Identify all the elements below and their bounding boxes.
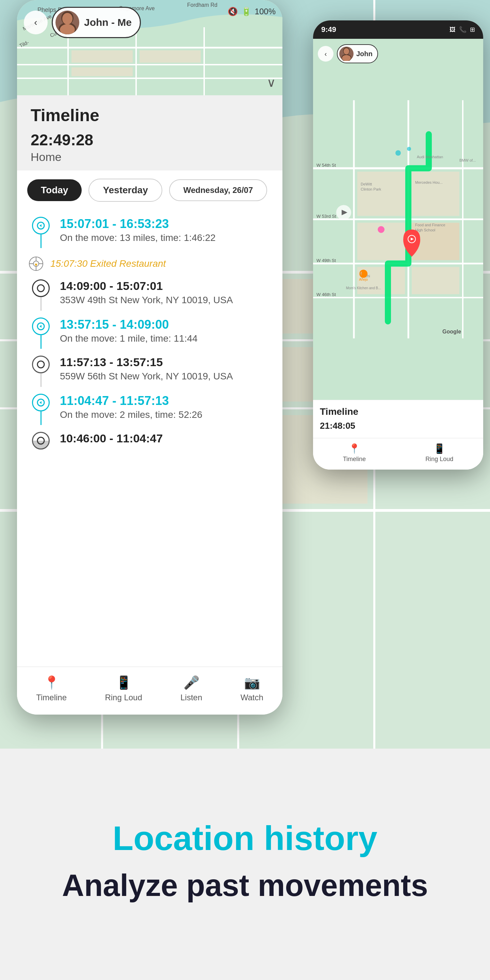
svg-text:W 49th St: W 49th St [317,258,336,263]
svg-text:High School: High School [415,228,435,232]
nav-watch[interactable]: 📷 Watch [240,675,263,702]
move-dot [32,217,50,234]
location-history-title: Location history [113,819,377,858]
nav-listen-label: Listen [180,693,202,702]
phone-left-header: ‹ John - Me [24,7,275,38]
svg-text:Google: Google [442,329,461,334]
svg-text:W 46th St: W 46th St [317,292,336,297]
timeline-list: 15:07:01 - 16:53:23 On the move: 13 mile… [17,210,282,454]
ring-loud-icon: 📱 [116,675,132,690]
back-button-small[interactable]: ‹ [318,46,334,62]
timeline-header: Timeline 22:49:28 Home [17,95,282,170]
svg-rect-60 [412,267,460,294]
phone-left: Phelps Park Sagamore Ave Fordham Rd Mart… [17,0,282,714]
dot-col [27,279,54,311]
nav-ring-loud[interactable]: 📱 Ring Loud [105,675,142,702]
status-time: 9:49 [321,25,336,34]
svg-rect-22 [140,50,201,63]
nav-timeline[interactable]: 📍 Timeline [36,675,67,702]
top-section: Phelps Park Sagamore Ave Fordham Rd Mart… [0,0,490,749]
right-nav-ring-loud[interactable]: 📱 Ring Loud [425,443,453,463]
user-pill-small[interactable]: John [337,44,378,63]
timeline-entry-move-3: 11:04:47 - 11:57:13 On the move: 2 miles… [17,390,282,428]
tab-today[interactable]: Today [27,179,82,201]
status-icons: 🖼 📞 ⊞ [450,26,475,33]
svg-text:Añejo: Añejo [359,278,368,282]
svg-text:Mercedes Hou...: Mercedes Hou... [415,180,443,185]
dot-col [27,356,54,387]
svg-text:Mom's Kitchen and B...: Mom's Kitchen and B... [346,286,381,290]
timeline-entry-stay-1: 14:09:00 - 15:07:01 353W 49th St New Yor… [17,276,282,314]
timeline-line [40,234,41,248]
timeline-entry-stay-2: 11:57:13 - 13:57:15 559W 56th St New Yor… [17,352,282,390]
svg-rect-55 [357,172,405,216]
svg-rect-56 [412,172,460,216]
timeline-line [40,411,41,425]
right-nav-timeline[interactable]: 📍 Timeline [343,443,366,463]
photo-icon: 🖼 [450,26,456,33]
stay-dot [32,279,50,297]
user-pill[interactable]: John - Me [52,7,141,38]
svg-text:DeWitt: DeWitt [361,182,372,186]
right-bottom-nav: 📍 Timeline 📱 Ring Loud [313,438,483,469]
exit-icon [27,255,45,272]
right-timeline-icon: 📍 [348,443,360,454]
move-content: 13:57:15 - 14:09:00 On the move: 1 mile,… [54,318,272,347]
right-timeline-title: Timeline [320,406,476,417]
svg-point-46 [37,437,44,444]
stay-content: 14:09:00 - 15:07:01 353W 49th St New Yor… [54,279,272,309]
move-time-range: 13:57:15 - 14:09:00 [60,318,272,332]
move-detail: On the move: 13 miles, time: 1:46:22 [60,232,272,243]
move-content: 15:07:01 - 16:53:23 On the move: 13 mile… [54,217,272,247]
dot-col [27,432,54,450]
phone-right: 9:49 🖼 📞 ⊞ [313,21,483,469]
dot-col [27,318,54,349]
phone-left-map: Phelps Park Sagamore Ave Fordham Rd Mart… [17,0,282,95]
timeline-line [40,335,41,349]
right-current-time: 21:48:05 [320,421,476,431]
svg-point-88 [344,48,349,54]
tab-today-label: Today [41,185,68,195]
current-time: 22:49:28 [30,130,269,149]
svg-text:Audi Manhattan: Audi Manhattan [417,155,443,159]
phone-right-map: W 54th St W 53rd St W 49th St W 46th St … [313,39,483,400]
timeline-entry-move-1: 15:07:01 - 16:53:23 On the move: 13 mile… [17,213,282,251]
phone-right-header: ‹ John [318,44,479,63]
call-icon: 📞 [459,26,466,33]
exit-event: 15:07:30 Exited Restaurant [17,251,282,276]
nav-ring-loud-label: Ring Loud [105,693,142,702]
stay-address: 353W 49th St New York, NY 10019, USA [60,295,272,305]
stay-time-range: 10:46:00 - 11:04:47 [60,432,272,445]
listen-icon: 🎤 [183,675,199,690]
svg-point-83 [395,150,401,156]
stay-dot [32,432,50,450]
svg-text:W 53rd St: W 53rd St [317,214,336,219]
svg-point-76 [378,226,385,233]
right-timeline-label: Timeline [343,456,366,463]
timeline-line [40,297,41,311]
back-button[interactable]: ‹ [24,11,48,34]
bottom-nav: 📍 Timeline 📱 Ring Loud 🎤 Listen 📷 Watch [17,667,282,714]
status-bar: 9:49 🖼 📞 ⊞ [313,21,483,39]
user-name-small: John [356,50,372,58]
svg-text:Food and Finance: Food and Finance [415,223,445,227]
bottom-section: Location history Analyze past movements [0,749,490,980]
svg-point-32 [62,13,73,24]
svg-point-44 [37,361,44,368]
move-detail: On the move: 1 mile, time: 11:44 [60,333,272,344]
avatar [56,11,79,34]
timeline-line [40,373,41,387]
collapse-button[interactable]: ∨ [267,76,275,90]
svg-rect-23 [72,67,133,76]
move-time-range: 15:07:01 - 16:53:23 [60,217,272,231]
avatar-small [339,47,353,61]
move-time-range: 11:04:47 - 11:57:13 [60,394,272,408]
tab-yesterday[interactable]: Yesterday [89,179,162,202]
app-icon: ⊞ [470,26,475,33]
current-place: Home [30,150,269,164]
nav-listen[interactable]: 🎤 Listen [180,675,202,702]
tab-wednesday[interactable]: Wednesday, 26/07 [169,179,267,201]
exit-text: 15:07:30 Exited Restaurant [50,258,166,269]
dot-col [27,394,54,425]
svg-text:W 54th St: W 54th St [317,163,336,168]
